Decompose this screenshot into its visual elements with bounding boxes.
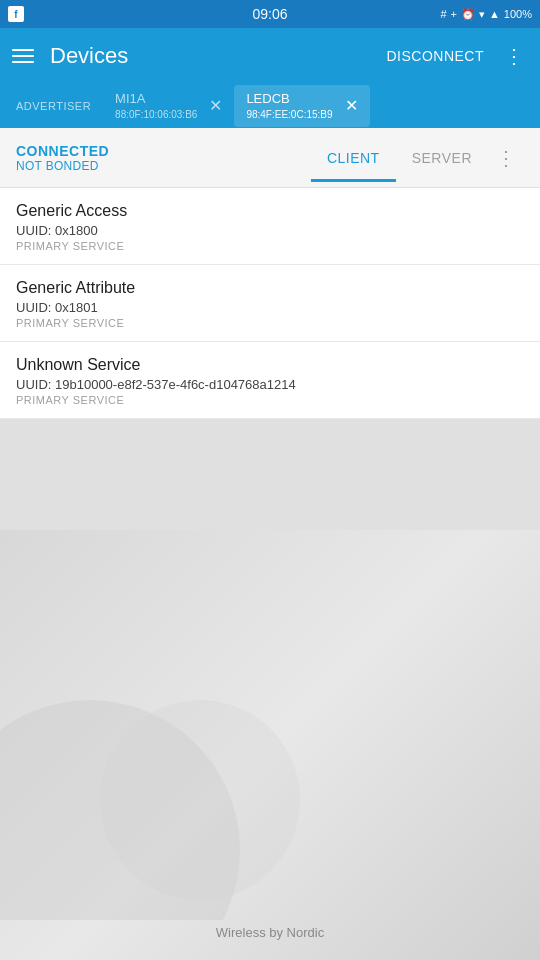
uuid-value-2: 19b10000-e8f2-537e-4f6c-d104768a1214 bbox=[55, 377, 296, 392]
device-tab-ledcb-mac: 98:4F:EE:0C:15:B9 bbox=[246, 108, 332, 121]
uuid-value-1: 0x1801 bbox=[55, 300, 98, 315]
app-bar-right: DISCONNECT ⋮ bbox=[378, 40, 528, 72]
service-generic-attribute[interactable]: Generic Attribute UUID: 0x1801 PRIMARY S… bbox=[0, 265, 540, 342]
service-1-type: PRIMARY SERVICE bbox=[16, 317, 524, 329]
device-tab-mi1a-text: MI1A 88:0F:10:06:03:B6 bbox=[115, 91, 197, 121]
battery-icon: 100% bbox=[504, 8, 532, 20]
service-1-name: Generic Attribute bbox=[16, 279, 524, 297]
service-unknown[interactable]: Unknown Service UUID: 19b10000-e8f2-537e… bbox=[0, 342, 540, 419]
app-bar: Devices DISCONNECT ⋮ bbox=[0, 28, 540, 84]
service-1-uuid: UUID: 0x1801 bbox=[16, 300, 524, 315]
hashtag-icon: # bbox=[440, 8, 446, 20]
connection-status: CONNECTED NOT BONDED bbox=[16, 143, 311, 173]
connected-text: CONNECTED bbox=[16, 143, 311, 159]
bluetooth-icon: + bbox=[451, 8, 457, 20]
hamburger-menu[interactable] bbox=[12, 49, 34, 63]
connection-bar: CONNECTED NOT BONDED CLIENT SERVER ⋮ bbox=[0, 128, 540, 188]
device-tab-ledcb-name: LEDCB bbox=[246, 91, 332, 108]
service-0-uuid: UUID: 0x1800 bbox=[16, 223, 524, 238]
service-0-type: PRIMARY SERVICE bbox=[16, 240, 524, 252]
close-tab-ledcb-icon[interactable]: ✕ bbox=[345, 96, 358, 115]
service-generic-access[interactable]: Generic Access UUID: 0x1800 PRIMARY SERV… bbox=[0, 188, 540, 265]
services-list: Generic Access UUID: 0x1800 PRIMARY SERV… bbox=[0, 188, 540, 419]
signal-icon: ▲ bbox=[489, 8, 500, 20]
service-2-uuid: UUID: 19b10000-e8f2-537e-4f6c-d104768a12… bbox=[16, 377, 524, 392]
alarm-icon: ⏰ bbox=[461, 8, 475, 21]
wifi-icon: ▾ bbox=[479, 8, 485, 21]
footer-text: Wireless by Nordic bbox=[0, 925, 540, 940]
status-bar: f 09:06 # + ⏰ ▾ ▲ 100% bbox=[0, 0, 540, 28]
status-left: f bbox=[8, 6, 24, 22]
device-tab-mi1a-name: MI1A bbox=[115, 91, 197, 108]
status-right: # + ⏰ ▾ ▲ 100% bbox=[440, 8, 532, 21]
uuid-label-0: UUID: bbox=[16, 223, 55, 238]
service-0-name: Generic Access bbox=[16, 202, 524, 220]
device-tab-ledcb-text: LEDCB 98:4F:EE:0C:15:B9 bbox=[246, 91, 332, 121]
device-tab-ledcb[interactable]: LEDCB 98:4F:EE:0C:15:B9 ✕ bbox=[234, 85, 369, 127]
watermark-shape-2 bbox=[100, 700, 300, 900]
tab-server[interactable]: SERVER bbox=[396, 142, 488, 174]
device-tab-mi1a[interactable]: MI1A 88:0F:10:06:03:B6 ✕ bbox=[103, 85, 234, 127]
bottom-area: Wireless by Nordic bbox=[0, 530, 540, 960]
watermark bbox=[0, 540, 540, 920]
advertiser-label: ADVERTISER bbox=[4, 94, 103, 118]
page-title: Devices bbox=[50, 43, 128, 69]
disconnect-button[interactable]: DISCONNECT bbox=[378, 44, 492, 68]
facebook-icon: f bbox=[8, 6, 24, 22]
device-tabs: ADVERTISER MI1A 88:0F:10:06:03:B6 ✕ LEDC… bbox=[0, 84, 540, 128]
app-bar-left: Devices bbox=[12, 43, 128, 69]
view-tabs: CLIENT SERVER ⋮ bbox=[311, 142, 524, 174]
tab-client[interactable]: CLIENT bbox=[311, 142, 396, 174]
uuid-label-2: UUID: bbox=[16, 377, 55, 392]
more-options-icon[interactable]: ⋮ bbox=[500, 40, 528, 72]
close-tab-mi1a-icon[interactable]: ✕ bbox=[209, 96, 222, 115]
device-tab-mi1a-mac: 88:0F:10:06:03:B6 bbox=[115, 108, 197, 121]
uuid-label-1: UUID: bbox=[16, 300, 55, 315]
view-more-icon[interactable]: ⋮ bbox=[488, 142, 524, 174]
service-2-name: Unknown Service bbox=[16, 356, 524, 374]
status-time: 09:06 bbox=[252, 6, 287, 22]
uuid-value-0: 0x1800 bbox=[55, 223, 98, 238]
service-2-type: PRIMARY SERVICE bbox=[16, 394, 524, 406]
bonded-text: NOT BONDED bbox=[16, 159, 311, 173]
